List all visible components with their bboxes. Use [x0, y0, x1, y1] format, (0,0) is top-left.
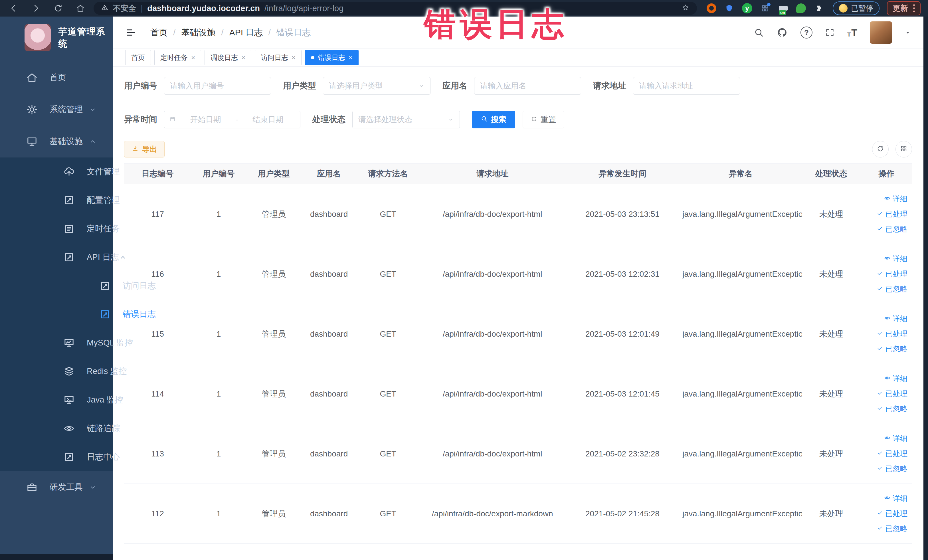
- tab-错误日志[interactable]: 错误日志×: [305, 50, 359, 65]
- action-processed-link[interactable]: 已处理: [877, 449, 907, 459]
- breadcrumb-api-log[interactable]: API 日志: [229, 27, 263, 38]
- action-processed-link[interactable]: 已处理: [877, 389, 907, 399]
- action-ignored-link[interactable]: 已忽略: [877, 404, 907, 414]
- address-bar[interactable]: 不安全 | dashboard.yudao.iocoder.cn /infra/…: [93, 2, 697, 15]
- cell-method_name: GET: [357, 364, 420, 424]
- edit-square-icon: [63, 195, 75, 206]
- switch-on-extension-icon[interactable]: on: [778, 3, 789, 14]
- gear-icon: [26, 104, 38, 115]
- action-processed-link[interactable]: 已处理: [877, 509, 907, 519]
- hamburger-icon[interactable]: [125, 27, 137, 38]
- action-ignored-link[interactable]: 已忽略: [877, 524, 907, 534]
- tab-首页[interactable]: 首页: [125, 50, 151, 65]
- sidebar-item-错误日志[interactable]: 错误日志: [0, 300, 113, 329]
- browser-menu-icon[interactable]: [913, 4, 915, 12]
- sidebar-item-Java-监控[interactable]: Java 监控: [0, 386, 113, 414]
- green-y-extension-icon[interactable]: y: [742, 3, 752, 14]
- sidebar-item-配置管理[interactable]: 配置管理: [0, 186, 113, 215]
- leaf-extension-icon[interactable]: [796, 3, 806, 13]
- sidebar-item-定时任务[interactable]: 定时任务: [0, 215, 113, 243]
- action-detail-link[interactable]: 详细: [884, 194, 907, 204]
- tab-访问日志[interactable]: 访问日志×: [255, 50, 302, 65]
- search-icon[interactable]: [754, 27, 764, 38]
- sidebar-item-研发工具[interactable]: 研发工具: [0, 471, 113, 503]
- action-ignored-link[interactable]: 已忽略: [877, 224, 907, 234]
- tab-定时任务[interactable]: 定时任务×: [154, 50, 201, 65]
- main-area: 首页 / 基础设施 / API 日志 / 错误日志 ?TT 首页定时任务×调度日…: [113, 17, 923, 560]
- action-detail-link[interactable]: 详细: [884, 433, 907, 444]
- action-ignored-link[interactable]: 已忽略: [877, 284, 907, 294]
- cell-user_id: 1: [191, 184, 246, 244]
- action-processed-link[interactable]: 已处理: [877, 329, 907, 339]
- sidebar-item-首页[interactable]: 首页: [0, 62, 113, 93]
- tab-调度日志[interactable]: 调度日志×: [205, 50, 251, 65]
- sidebar-item-基础设施[interactable]: 基础设施: [0, 125, 113, 157]
- error-log-table: 日志编号用户编号用户类型应用名请求方法名请求地址异常发生时间异常名处理状态操作1…: [124, 163, 912, 544]
- sidebar-item-label: MySQL 监控: [87, 337, 133, 349]
- bookmark-star-icon[interactable]: [682, 4, 690, 13]
- sidebar-item-Redis-监控[interactable]: Redis 监控: [0, 357, 113, 386]
- breadcrumb-infra[interactable]: 基础设施: [181, 27, 215, 38]
- close-tab-icon[interactable]: ×: [241, 54, 245, 61]
- profile-paused-pill[interactable]: 已暂停: [833, 2, 879, 15]
- tab-label: 访问日志: [261, 53, 288, 62]
- reset-button[interactable]: 重置: [523, 111, 564, 128]
- process-status-placeholder: 请选择处理状态: [358, 114, 412, 125]
- cell-user_type: 管理员: [246, 184, 301, 244]
- action-detail-link[interactable]: 详细: [884, 374, 907, 384]
- refresh-table-button[interactable]: [872, 141, 888, 157]
- sidebar-item-访问日志[interactable]: 访问日志: [0, 272, 113, 300]
- action-processed-link[interactable]: 已处理: [877, 269, 907, 279]
- cell-process_status: 未处理: [801, 424, 861, 484]
- exception-time-range-picker[interactable]: 开始日期 - 结束日期: [164, 111, 301, 128]
- cell-method_name: GET: [357, 424, 420, 484]
- breadcrumb-home[interactable]: 首页: [150, 27, 168, 38]
- help-icon[interactable]: ?: [800, 26, 812, 38]
- reload-icon[interactable]: [52, 3, 64, 14]
- action-detail-link[interactable]: 详细: [884, 314, 907, 324]
- fullscreen-icon[interactable]: [825, 27, 835, 37]
- user-id-input[interactable]: [164, 77, 271, 95]
- sidebar-item-API-日志[interactable]: API 日志: [0, 243, 113, 272]
- calendar-icon: [169, 116, 176, 123]
- column-settings-button[interactable]: [896, 141, 912, 157]
- request-url-input[interactable]: [633, 77, 740, 95]
- github-icon[interactable]: [777, 27, 788, 38]
- sidebar-item-MySQL-监控[interactable]: MySQL 监控: [0, 329, 113, 357]
- sidebar-item-文件管理[interactable]: 文件管理: [0, 157, 113, 186]
- update-pill[interactable]: 更新: [887, 1, 920, 15]
- forward-icon[interactable]: [30, 3, 42, 14]
- col-header-user_id: 用户编号: [191, 163, 246, 184]
- close-tab-icon[interactable]: ×: [349, 54, 353, 61]
- back-icon[interactable]: [8, 3, 20, 14]
- process-status-select[interactable]: 请选择处理状态: [352, 111, 460, 128]
- action-processed-link[interactable]: 已处理: [877, 209, 907, 219]
- close-tab-icon[interactable]: ×: [292, 54, 296, 61]
- grid-extension-icon[interactable]: [760, 3, 771, 14]
- date-separator: -: [236, 115, 238, 124]
- caret-down-icon[interactable]: [905, 29, 911, 36]
- app-name-input[interactable]: [474, 77, 581, 95]
- search-button[interactable]: 搜索: [472, 111, 515, 128]
- user-type-select[interactable]: 请选择用户类型: [323, 77, 430, 95]
- sidebar-item-日志中心[interactable]: 日志中心: [0, 443, 113, 471]
- cell-exception_name: java.lang.IllegalArgumentException: [679, 364, 801, 424]
- home-icon[interactable]: [75, 3, 86, 14]
- adblock-extension-icon[interactable]: [707, 3, 716, 13]
- close-tab-icon[interactable]: ×: [191, 54, 195, 61]
- cell-exception_time: 2021-05-03 12:01:45: [565, 364, 679, 424]
- font-size-icon[interactable]: TT: [847, 27, 857, 37]
- shield-extension-icon[interactable]: [724, 3, 734, 14]
- action-detail-link[interactable]: 详细: [884, 254, 907, 264]
- action-detail-link[interactable]: 详细: [884, 493, 907, 504]
- error-log-table-wrap: 日志编号用户编号用户类型应用名请求方法名请求地址异常发生时间异常名处理状态操作1…: [124, 163, 912, 544]
- action-ignored-link[interactable]: 已忽略: [877, 464, 907, 474]
- sidebar-item-链路追踪[interactable]: 链路追踪: [0, 414, 113, 443]
- user-avatar[interactable]: [870, 21, 892, 44]
- sidebar-item-系统管理[interactable]: 系统管理: [0, 93, 113, 125]
- action-ignored-link[interactable]: 已忽略: [877, 344, 907, 354]
- export-button[interactable]: 导出: [124, 141, 165, 157]
- check-icon: [877, 330, 883, 338]
- browser-scrollbar[interactable]: [923, 0, 928, 560]
- puzzle-extension-icon[interactable]: [814, 3, 824, 14]
